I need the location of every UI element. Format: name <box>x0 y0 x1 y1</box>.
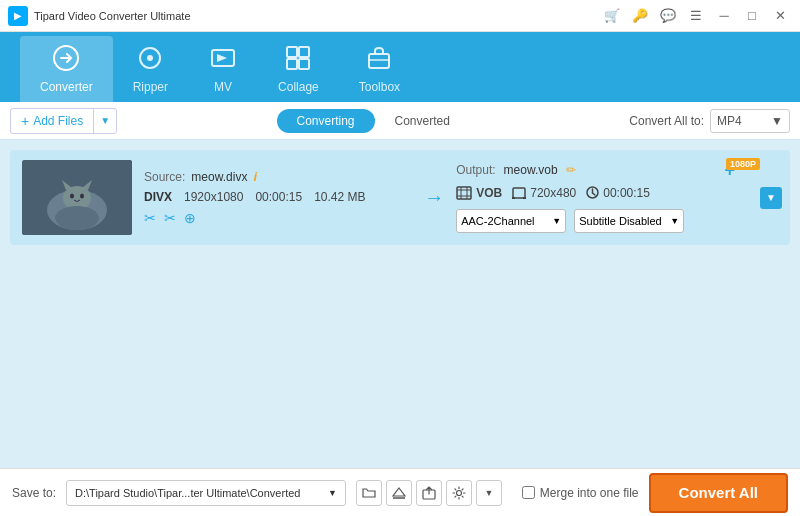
video-icon <box>456 185 472 201</box>
collage-icon <box>284 44 312 76</box>
toolbox-icon <box>365 44 393 76</box>
share-icon[interactable] <box>416 480 442 506</box>
subtitle-value: Subtitle Disabled <box>579 215 662 227</box>
key-icon[interactable]: 🔑 <box>628 4 652 28</box>
nav-mv-label: MV <box>214 80 232 94</box>
nav-collage-label: Collage <box>278 80 319 94</box>
quality-badge: 1080P <box>726 158 760 170</box>
merge-checkbox-input[interactable] <box>522 486 535 499</box>
nav-mv[interactable]: MV <box>188 36 258 102</box>
audio-dropdown-icon: ▼ <box>552 216 561 226</box>
tab-converting[interactable]: Converting <box>277 109 375 133</box>
cart-icon[interactable]: 🛒 <box>600 4 624 28</box>
nav-converter[interactable]: Converter <box>20 36 113 102</box>
svg-point-2 <box>147 55 153 61</box>
title-bar: ▶ Tipard Video Converter Ultimate 🛒 🔑 💬 … <box>0 0 800 32</box>
minimize-icon[interactable]: ─ <box>712 4 736 28</box>
output-format: VOB <box>476 186 502 200</box>
tab-converted[interactable]: Converted <box>375 109 470 133</box>
add-files-button[interactable]: + Add Files ▼ <box>10 108 117 134</box>
clock-icon <box>586 186 599 199</box>
mv-icon <box>209 44 237 76</box>
eject-icon[interactable] <box>386 480 412 506</box>
close-icon[interactable]: ✕ <box>768 4 792 28</box>
window-controls: 🛒 🔑 💬 ☰ ─ □ ✕ <box>600 4 792 28</box>
file-meta-row: DIVX 1920x1080 00:00:15 10.42 MB <box>144 190 412 204</box>
output-filename: meow.vob <box>504 163 558 177</box>
convert-all-to-label: Convert All to: <box>629 114 704 128</box>
svg-rect-7 <box>299 59 309 69</box>
bottom-icon-buttons: ▼ <box>356 480 502 506</box>
svg-marker-29 <box>393 488 405 496</box>
file-resolution: 1920x1080 <box>184 190 243 204</box>
converter-icon <box>52 44 80 76</box>
save-path-display[interactable]: D:\Tipard Studio\Tipar...ter Ultimate\Co… <box>66 480 346 506</box>
source-filename: meow.divx <box>191 170 247 184</box>
plus-icon: + <box>21 113 29 129</box>
nav-toolbox-label: Toolbox <box>359 80 400 94</box>
nav-bar: Converter Ripper MV Collag <box>0 32 800 102</box>
convert-arrow: → <box>424 186 444 209</box>
content-area: Source: meow.divx i DIVX 1920x1080 00:00… <box>0 140 800 468</box>
effects-icon[interactable]: ⊕ <box>184 210 196 226</box>
output-duration: 00:00:15 <box>586 186 650 200</box>
file-size: 10.42 MB <box>314 190 365 204</box>
settings-icon[interactable] <box>446 480 472 506</box>
save-to-label: Save to: <box>12 486 56 500</box>
nav-ripper[interactable]: Ripper <box>113 36 188 102</box>
cut-icon[interactable]: ✂ <box>144 210 156 226</box>
main-layout: + Add Files ▼ Converting Converted Conve… <box>0 102 800 516</box>
edit-output-icon[interactable]: ✏ <box>566 163 576 177</box>
app-logo: ▶ Tipard Video Converter Ultimate <box>8 6 600 26</box>
nav-collage[interactable]: Collage <box>258 36 339 102</box>
toolbar: + Add Files ▼ Converting Converted Conve… <box>0 102 800 140</box>
file-item-card: Source: meow.divx i DIVX 1920x1080 00:00… <box>10 150 790 245</box>
convert-all-to-section: Convert All to: MP4 ▼ <box>629 109 790 133</box>
app-title: Tipard Video Converter Ultimate <box>34 10 191 22</box>
resolution-icon <box>512 186 526 200</box>
output-res-value: 720x480 <box>530 186 576 200</box>
svg-rect-5 <box>299 47 309 57</box>
settings-button[interactable]: ▼ <box>760 187 782 209</box>
merge-checkbox-section[interactable]: Merge into one file <box>522 486 639 500</box>
save-path-dropdown-icon: ▼ <box>328 488 337 498</box>
thumbnail-image <box>22 160 132 235</box>
format-select[interactable]: MP4 ▼ <box>710 109 790 133</box>
nav-ripper-label: Ripper <box>133 80 168 94</box>
file-format: DIVX <box>144 190 172 204</box>
output-format-badge: VOB <box>456 185 502 201</box>
nav-toolbox[interactable]: Toolbox <box>339 36 420 102</box>
info-icon[interactable]: i <box>253 169 257 184</box>
add-files-dropdown-arrow[interactable]: ▼ <box>94 115 116 126</box>
bottom-dropdown-icon[interactable]: ▼ <box>476 480 502 506</box>
output-resolution: 720x480 <box>512 186 576 200</box>
merge-label: Merge into one file <box>540 486 639 500</box>
file-actions: ✂ ✂ ⊕ <box>144 210 412 226</box>
svg-point-17 <box>55 206 99 230</box>
chat-icon[interactable]: 💬 <box>656 4 680 28</box>
svg-rect-23 <box>513 188 525 198</box>
save-path-value: D:\Tipard Studio\Tipar...ter Ultimate\Co… <box>75 487 300 499</box>
logo-icon: ▶ <box>8 6 28 26</box>
source-label: Source: <box>144 170 185 184</box>
svg-rect-4 <box>287 47 297 57</box>
subtitle-select[interactable]: Subtitle Disabled ▼ <box>574 209 684 233</box>
svg-point-15 <box>70 194 74 199</box>
scissors-icon[interactable]: ✂ <box>164 210 176 226</box>
svg-line-28 <box>593 193 596 195</box>
convert-all-button[interactable]: Convert All <box>649 473 788 513</box>
maximize-icon[interactable]: □ <box>740 4 764 28</box>
output-details: VOB 720x480 <box>456 185 778 201</box>
source-row: Source: meow.divx i <box>144 169 412 184</box>
format-dropdown-icon: ▼ <box>771 114 783 128</box>
output-duration-value: 00:00:15 <box>603 186 650 200</box>
bottom-bar: Save to: D:\Tipard Studio\Tipar...ter Ul… <box>0 468 800 516</box>
svg-rect-8 <box>369 54 389 68</box>
file-thumbnail <box>22 160 132 235</box>
svg-rect-18 <box>457 187 471 199</box>
add-files-main[interactable]: + Add Files <box>11 109 94 133</box>
audio-select[interactable]: AAC-2Channel ▼ <box>456 209 566 233</box>
nav-converter-label: Converter <box>40 80 93 94</box>
folder-open-icon[interactable] <box>356 480 382 506</box>
menu-icon[interactable]: ☰ <box>684 4 708 28</box>
